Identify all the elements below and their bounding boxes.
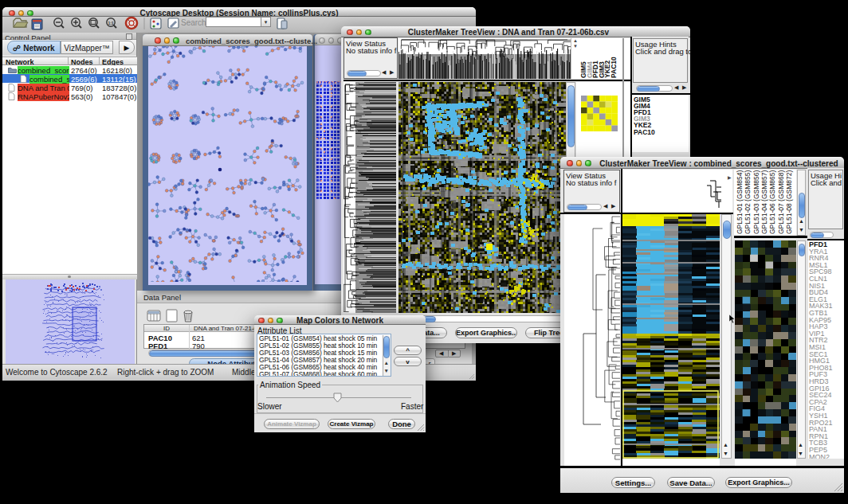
svg-text:1:1: 1:1 bbox=[108, 21, 113, 25]
